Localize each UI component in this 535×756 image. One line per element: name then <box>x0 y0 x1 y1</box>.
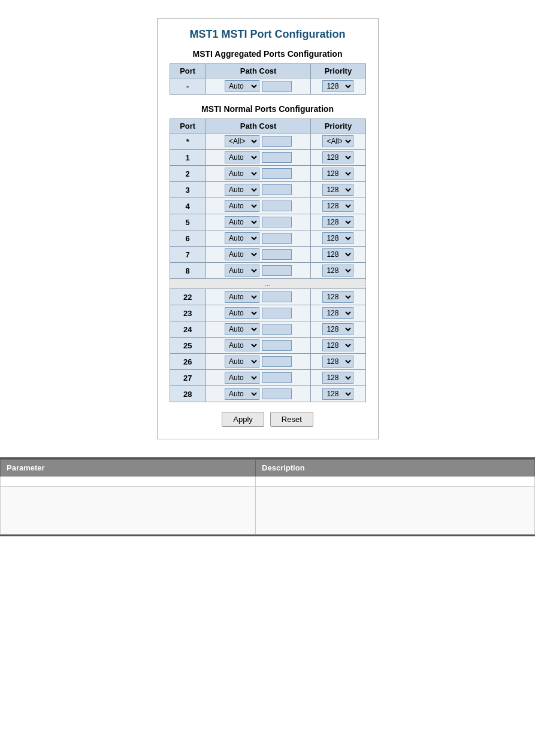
path-cost-select-2[interactable]: AutoSpecific <box>225 168 259 180</box>
path-cost-cell-8: AutoSpecific <box>205 263 310 279</box>
path-cost-input-24[interactable] <box>262 324 292 335</box>
port-cell-1: 1 <box>170 150 205 166</box>
path-cost-input-25[interactable] <box>262 340 292 351</box>
path-cost-select-3[interactable]: AutoSpecific <box>225 184 259 196</box>
aggregated-ports-table: Port Path Cost Priority - Auto Specific <box>170 63 366 95</box>
path-cost-input-23[interactable] <box>262 308 292 318</box>
path-cost-input-2[interactable] <box>262 168 292 179</box>
table-row: *<All>AutoSpecific<All>01632486480961121… <box>170 133 365 150</box>
priority-select-24[interactable]: 1280163248648096112144160176192208224240 <box>322 323 353 335</box>
path-cost-input-1[interactable] <box>262 152 292 163</box>
priority-select-28[interactable]: 1280163248648096112144160176192208224240 <box>322 388 353 400</box>
path-cost-select-25[interactable]: AutoSpecific <box>225 339 259 351</box>
priority-select-*[interactable]: <All>01632486480961121281441601761922082… <box>322 135 353 147</box>
port-cell-4: 4 <box>170 198 205 214</box>
table-row: 6AutoSpecific128016324864809611214416017… <box>170 230 365 247</box>
agg-col-path-cost: Path Cost <box>205 64 310 78</box>
info-param-2 <box>1 487 256 535</box>
port-cell-5: 5 <box>170 214 205 230</box>
path-cost-select-8[interactable]: AutoSpecific <box>225 265 259 277</box>
path-cost-input-26[interactable] <box>262 356 292 367</box>
table-row: 24AutoSpecific12801632486480961121441601… <box>170 321 365 338</box>
path-cost-select-7[interactable]: AutoSpecific <box>225 248 259 260</box>
path-cost-input-22[interactable] <box>262 292 292 302</box>
path-cost-select-24[interactable]: AutoSpecific <box>225 323 259 335</box>
path-cost-input-4[interactable] <box>262 201 292 211</box>
priority-cell-5: 1280163248648096112144160176192208224240 <box>311 214 365 230</box>
priority-select-6[interactable]: 1280163248648096112144160176192208224240 <box>322 232 353 244</box>
path-cost-select-4[interactable]: AutoSpecific <box>225 200 259 212</box>
priority-select-22[interactable]: 1280163248648096112144160176192208224240 <box>322 291 353 303</box>
priority-cell-22: 1280163248648096112144160176192208224240 <box>311 289 365 305</box>
path-cost-select-5[interactable]: AutoSpecific <box>225 216 259 228</box>
path-cost-cell-26: AutoSpecific <box>205 354 310 370</box>
priority-select-25[interactable]: 1280163248648096112144160176192208224240 <box>322 339 353 351</box>
info-row-2 <box>1 487 535 535</box>
priority-select-8[interactable]: 1280163248648096112144160176192208224240 <box>322 265 353 277</box>
priority-cell-4: 1280163248648096112144160176192208224240 <box>311 198 365 214</box>
table-row: 26AutoSpecific12801632486480961121441601… <box>170 354 365 370</box>
priority-select-4[interactable]: 1280163248648096112144160176192208224240 <box>322 200 353 212</box>
path-cost-input-*[interactable] <box>262 136 292 147</box>
reset-button[interactable]: Reset <box>270 412 313 427</box>
table-row: 25AutoSpecific12801632486480961121441601… <box>170 338 365 354</box>
info-col-param: Parameter <box>1 460 256 476</box>
agg-path-cost-select[interactable]: Auto Specific <box>225 80 259 92</box>
path-cost-cell-6: AutoSpecific <box>205 230 310 247</box>
path-cost-cell-25: AutoSpecific <box>205 338 310 354</box>
path-cost-input-27[interactable] <box>262 372 292 383</box>
path-cost-input-28[interactable] <box>262 388 292 399</box>
priority-select-1[interactable]: 1280163248648096112144160176192208224240 <box>322 151 353 163</box>
port-cell-23: 23 <box>170 305 205 321</box>
port-cell-7: 7 <box>170 247 205 263</box>
priority-cell-23: 1280163248648096112144160176192208224240 <box>311 305 365 321</box>
port-cell-8: 8 <box>170 263 205 279</box>
info-row-1 <box>1 476 535 487</box>
table-row: 7AutoSpecific128016324864809611214416017… <box>170 247 365 263</box>
path-cost-input-6[interactable] <box>262 233 292 244</box>
path-cost-input-8[interactable] <box>262 265 292 276</box>
path-cost-select-26[interactable]: AutoSpecific <box>225 356 259 368</box>
apply-button[interactable]: Apply <box>222 412 264 427</box>
port-cell-3: 3 <box>170 182 205 198</box>
priority-select-23[interactable]: 1280163248648096112144160176192208224240 <box>322 307 353 319</box>
priority-cell-25: 1280163248648096112144160176192208224240 <box>311 338 365 354</box>
path-cost-cell-*: <All>AutoSpecific <box>205 133 310 150</box>
path-cost-input-3[interactable] <box>262 184 292 195</box>
path-cost-select-22[interactable]: AutoSpecific <box>225 291 259 303</box>
table-row: 8AutoSpecific128016324864809611214416017… <box>170 263 365 279</box>
path-cost-select-23[interactable]: AutoSpecific <box>225 307 259 319</box>
path-cost-select-28[interactable]: AutoSpecific <box>225 388 259 400</box>
norm-col-port: Port <box>170 119 205 133</box>
path-cost-select-27[interactable]: AutoSpecific <box>225 372 259 384</box>
priority-select-3[interactable]: 1280163248648096112144160176192208224240 <box>322 184 353 196</box>
path-cost-select-6[interactable]: AutoSpecific <box>225 232 259 244</box>
priority-cell-26: 1280163248648096112144160176192208224240 <box>311 354 365 370</box>
port-cell-28: 28 <box>170 386 205 402</box>
path-cost-select-1[interactable]: AutoSpecific <box>225 151 259 163</box>
priority-select-2[interactable]: 1280163248648096112144160176192208224240 <box>322 168 353 180</box>
priority-cell-28: 1280163248648096112144160176192208224240 <box>311 386 365 402</box>
path-cost-input-7[interactable] <box>262 249 292 260</box>
priority-cell-*: <All>01632486480961121281441601761922082… <box>311 133 365 150</box>
agg-path-cost-input[interactable] <box>262 81 292 92</box>
scroll-break-row: ... <box>170 279 365 289</box>
port-cell-22: 22 <box>170 289 205 305</box>
table-row: 23AutoSpecific12801632486480961121441601… <box>170 305 365 321</box>
agg-col-port: Port <box>170 64 205 78</box>
path-cost-select-*[interactable]: <All>AutoSpecific <box>225 135 259 147</box>
priority-select-5[interactable]: 1280163248648096112144160176192208224240 <box>322 216 353 228</box>
path-cost-cell-7: AutoSpecific <box>205 247 310 263</box>
port-cell-2: 2 <box>170 166 205 182</box>
info-section: Parameter Description <box>0 457 535 536</box>
aggregated-section-title: MSTI Aggregated Ports Configuration <box>170 49 366 59</box>
agg-priority-select[interactable]: 128 0 16 32 48 64 80 96 112 144 160 <box>322 80 353 92</box>
priority-select-27[interactable]: 1280163248648096112144160176192208224240 <box>322 372 353 384</box>
priority-select-26[interactable]: 1280163248648096112144160176192208224240 <box>322 356 353 368</box>
path-cost-cell-24: AutoSpecific <box>205 321 310 338</box>
agg-path-cost-cell: Auto Specific <box>205 78 310 95</box>
priority-cell-2: 1280163248648096112144160176192208224240 <box>311 166 365 182</box>
priority-select-7[interactable]: 1280163248648096112144160176192208224240 <box>322 248 353 260</box>
path-cost-input-5[interactable] <box>262 217 292 227</box>
port-cell-26: 26 <box>170 354 205 370</box>
